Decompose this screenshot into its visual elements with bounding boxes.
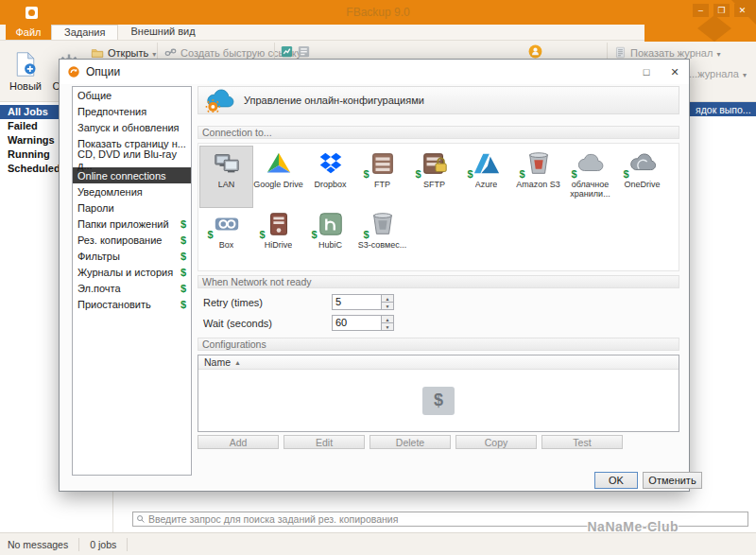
pro-dollar-icon: $	[180, 218, 186, 230]
ok-button[interactable]: OK	[594, 472, 638, 489]
category-label: CD, DVD или Blu-ray д...	[77, 148, 186, 171]
connection-label: Dropbox	[314, 180, 346, 189]
connection-azure[interactable]: $Azure	[460, 147, 512, 207]
pro-dollar-icon: $	[364, 168, 369, 180]
sftp-icon: $	[420, 149, 450, 178]
configurations-list-body[interactable]: $	[198, 370, 679, 431]
spin-down-icon[interactable]	[382, 323, 393, 330]
configuration-buttons: AddEditDeleteCopyTest	[198, 435, 623, 449]
category-label: Папки приложений	[77, 218, 169, 230]
cancel-button[interactable]: Отменить	[643, 472, 702, 489]
connection-box[interactable]: $Box	[200, 207, 252, 268]
new-job-label: Новый	[9, 80, 42, 92]
config-test-button[interactable]: Test	[541, 435, 623, 449]
options-category-notifications[interactable]: Уведомления	[73, 183, 191, 199]
wait-value[interactable]: 60	[333, 316, 381, 330]
maximize-button[interactable]	[713, 4, 730, 17]
options-category-logs-history[interactable]: Журналы и история$	[73, 264, 191, 280]
spin-up-icon[interactable]	[382, 295, 393, 303]
options-category-filters[interactable]: Фильтры$	[73, 248, 191, 264]
pro-dollar-icon: $	[422, 387, 455, 415]
dialog-window-controls	[632, 61, 689, 84]
options-category-email[interactable]: Эл.почта$	[73, 280, 191, 296]
connection-amazon-s3[interactable]: $Amazon S3	[512, 147, 564, 207]
connection-label: облачное хранили...	[564, 180, 616, 199]
spin-up-icon[interactable]	[382, 316, 393, 323]
spinner-buttons	[381, 295, 393, 309]
options-category-cd-dvd-bluray[interactable]: CD, DVD или Blu-ray д...	[73, 151, 191, 167]
name-column-label: Name	[204, 356, 231, 368]
connection-hidrive[interactable]: $HiDrive	[252, 207, 304, 268]
cloud-gear-icon	[204, 88, 236, 113]
options-category-list: ОбщиеПредпочтенияЗапуск и обновленияПока…	[72, 86, 192, 476]
options-category-suspend[interactable]: Приостановить$	[73, 296, 191, 312]
options-category-application-folders[interactable]: Папки приложений$	[73, 216, 191, 232]
options-category-general[interactable]: Общие	[73, 87, 191, 103]
wait-spinner[interactable]: 60	[332, 315, 394, 331]
support-icon[interactable]	[527, 43, 543, 60]
category-label: Общие	[77, 90, 112, 101]
connection-cloud-storage[interactable]: $облачное хранили...	[564, 147, 616, 207]
connection-ftp[interactable]: $FTP	[356, 147, 408, 207]
connection-sftp[interactable]: $SFTP	[408, 147, 460, 207]
configurations-column-header[interactable]: Name ▲	[198, 356, 679, 370]
connection-dropbox[interactable]: Dropbox	[304, 147, 356, 207]
file-menu-button[interactable]: Файл	[6, 25, 51, 40]
options-category-startup-updates[interactable]: Запуск и обновления	[73, 119, 191, 135]
config-edit-button[interactable]: Edit	[284, 435, 365, 449]
connection-lan[interactable]: LAN	[200, 147, 252, 207]
options-category-preferences[interactable]: Предпочтения	[73, 103, 191, 119]
statistics-icon[interactable]	[280, 44, 294, 59]
dialog-close-button[interactable]	[661, 61, 689, 84]
category-label: Уведомления	[77, 186, 143, 198]
tab-view[interactable]: Внешний вид	[118, 25, 207, 40]
spin-down-icon[interactable]	[382, 303, 393, 309]
connection-onedrive[interactable]: $OneDrive	[616, 147, 668, 207]
amazon-s3-icon: $	[524, 149, 554, 178]
connection-label: Google Drive	[253, 180, 303, 189]
new-job-button[interactable]: Новый	[4, 43, 47, 99]
app-window: FBackup 9.0 Файл Задания Внешний вид Нов…	[0, 0, 756, 555]
menu-row: Файл Задания Внешний вид	[0, 25, 756, 41]
separator	[78, 538, 79, 551]
box-icon: $	[212, 210, 242, 238]
pro-dollar-icon: $	[468, 168, 473, 180]
config-delete-button[interactable]: Delete	[369, 435, 451, 449]
close-button[interactable]	[734, 4, 750, 17]
category-label: Эл.почта	[77, 283, 121, 294]
hidrive-icon: $	[264, 210, 294, 238]
connection-label: OneDrive	[624, 180, 660, 189]
google-drive-icon	[264, 149, 294, 178]
minimize-button[interactable]	[693, 4, 709, 17]
connection-hubic[interactable]: $HubiC	[304, 207, 356, 268]
wait-label: Wait (seconds)	[203, 318, 332, 329]
config-copy-button[interactable]: Copy	[455, 435, 537, 449]
show-log-label: Показать журнал	[630, 47, 713, 59]
dialog-maximize-button[interactable]	[632, 61, 661, 84]
category-label: Запуск и обновления	[77, 122, 180, 133]
pro-dollar-icon: $	[180, 283, 186, 294]
retry-spinner[interactable]: 5	[332, 294, 394, 310]
retry-label: Retry (times)	[203, 297, 332, 308]
open-label: Открыть	[108, 47, 148, 59]
list-view-icon[interactable]	[297, 44, 311, 59]
wait-field: Wait (seconds) 60	[203, 315, 394, 331]
options-category-backup[interactable]: Рез. копирование$	[73, 232, 191, 248]
connection-grid: LANGoogle DriveDropbox$FTP$SFTP$Azure$Am…	[198, 143, 679, 271]
config-add-button[interactable]: Add	[198, 435, 279, 449]
connection-s3-compatible[interactable]: $S3-совмес...	[356, 207, 408, 268]
retry-value[interactable]: 5	[333, 295, 381, 309]
dropbox-icon	[316, 149, 346, 178]
panel-header-label: Управление онлайн-конфигурациями	[244, 95, 424, 106]
options-category-passwords[interactable]: Пароли	[73, 199, 191, 216]
tab-tasks[interactable]: Задания	[51, 25, 118, 40]
category-label: Online connections	[77, 170, 166, 182]
pro-dollar-icon: $	[180, 251, 186, 262]
connection-label: FTP	[374, 180, 390, 189]
connection-google-drive[interactable]: Google Drive	[252, 147, 304, 207]
azure-icon: $	[472, 149, 502, 178]
lan-icon	[212, 149, 242, 178]
dialog-titlebar[interactable]: Опции	[60, 60, 689, 84]
folder-icon	[91, 46, 104, 60]
dialog-body: ОбщиеПредпочтенияЗапуск и обновленияПока…	[60, 84, 689, 491]
